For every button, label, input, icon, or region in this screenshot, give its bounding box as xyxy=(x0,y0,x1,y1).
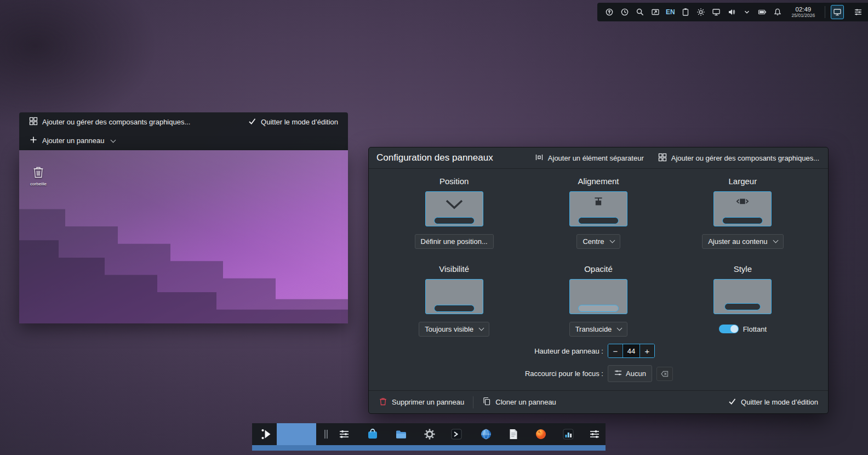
privacy-icon[interactable] xyxy=(603,5,616,19)
panel-config-dialog: Configuration des panneaux Ajouter un él… xyxy=(368,147,829,414)
opacity-dropdown[interactable]: Translucide xyxy=(569,322,628,337)
mixer-sliders-icon[interactable] xyxy=(333,423,355,445)
volume-icon[interactable] xyxy=(725,5,738,19)
search-icon[interactable] xyxy=(633,5,647,19)
display-settings-icon[interactable] xyxy=(831,5,844,19)
alignment-center-icon xyxy=(592,196,604,208)
width-dropdown[interactable]: Ajuster au contenu xyxy=(702,234,783,249)
footer-divider xyxy=(473,396,473,408)
clock-time: 02:49 xyxy=(787,6,820,13)
floating-toggle[interactable] xyxy=(719,325,739,333)
panel-configure-icon[interactable] xyxy=(852,5,865,19)
clone-panel-button[interactable]: Cloner un panneau xyxy=(479,395,559,410)
display-icon[interactable] xyxy=(710,5,723,19)
style-preview xyxy=(713,279,772,314)
visibility-value: Toujours visible xyxy=(425,325,473,333)
style-label: Style xyxy=(734,264,752,274)
alignment-dropdown[interactable]: Centre xyxy=(576,234,620,249)
exit-edit-mode-footer-label: Quitter le mode d’édition xyxy=(741,398,818,406)
manage-widgets-button-dialog[interactable]: Ajouter ou gérer des composants graphiqu… xyxy=(655,151,823,166)
app-launcher-icon[interactable] xyxy=(255,423,277,445)
web-browser-icon[interactable] xyxy=(475,423,497,445)
delete-panel-label: Supprimer un panneau xyxy=(392,398,464,406)
panel-edit-highlight-strip xyxy=(252,445,606,451)
height-value[interactable]: 44 xyxy=(623,344,640,357)
panel-miniature xyxy=(722,217,763,224)
section-alignment: Alignement Centre xyxy=(569,174,627,249)
clock[interactable]: 02:49 25/01/2026 xyxy=(787,6,820,18)
panel-settings-icon[interactable] xyxy=(584,423,606,445)
trash-label: corbeille xyxy=(26,182,51,187)
separator-handle[interactable] xyxy=(323,423,329,445)
globe-icon xyxy=(479,428,493,441)
plus-icon xyxy=(29,135,38,146)
monitor-bars-icon xyxy=(562,428,575,441)
tray-divider xyxy=(825,6,825,18)
panel-miniature xyxy=(578,305,619,312)
system-monitor-icon[interactable] xyxy=(557,423,579,445)
highlighted-spacer-widget[interactable] xyxy=(277,423,316,445)
dialog-title: Configuration des panneaux xyxy=(374,152,493,163)
clear-shortcut-button[interactable] xyxy=(656,367,673,381)
delete-panel-button[interactable]: Supprimer un panneau xyxy=(375,395,467,410)
trash-icon xyxy=(379,397,387,407)
add-separator-button[interactable]: Ajouter un élément séparateur xyxy=(532,151,647,166)
section-width: Largeur Ajuster au contenu xyxy=(702,174,783,249)
chevron-down-icon[interactable] xyxy=(740,5,753,19)
terminal-icon[interactable] xyxy=(446,423,468,445)
exit-edit-mode-button-footer[interactable]: Quitter le mode d’édition xyxy=(724,395,821,410)
dialog-body: Position Définir une position... xyxy=(369,169,828,390)
manage-widgets-label-dialog: Ajouter ou gérer des composants graphiqu… xyxy=(671,154,819,162)
position-label: Position xyxy=(439,177,469,186)
clipboard-icon[interactable] xyxy=(679,5,692,19)
notes-icon[interactable] xyxy=(502,423,524,445)
trash-desktop-icon[interactable]: corbeille xyxy=(26,166,51,187)
visibility-dropdown[interactable]: Toujours visible xyxy=(419,322,489,337)
check-icon xyxy=(248,117,256,127)
section-position: Position Définir une position... xyxy=(415,174,494,249)
discover-icon[interactable] xyxy=(362,423,384,445)
discover-bag-icon xyxy=(366,428,379,441)
system-settings-icon[interactable] xyxy=(419,423,441,445)
define-position-label: Définir une position... xyxy=(421,237,488,246)
focus-shortcut-label: Raccourci pour le focus : xyxy=(382,369,603,378)
position-preview xyxy=(425,191,483,226)
keyboard-layout-indicator[interactable]: EN xyxy=(664,5,677,19)
screenshare-icon[interactable] xyxy=(649,5,662,19)
separator-icon xyxy=(535,153,544,163)
check-icon xyxy=(728,397,736,407)
section-style: Style Flottant xyxy=(713,262,772,337)
manage-widgets-button[interactable]: Ajouter ou gérer des composants graphiqu… xyxy=(26,115,193,129)
alignment-value: Centre xyxy=(583,237,604,246)
history-icon[interactable] xyxy=(618,5,631,19)
firefox-logo-icon xyxy=(534,428,547,441)
add-panel-button[interactable]: Ajouter un panneau xyxy=(26,133,118,148)
floating-toggle-label: Flottant xyxy=(743,325,767,333)
position-edge-icon xyxy=(443,197,465,212)
notifications-icon[interactable] xyxy=(771,5,784,19)
battery-icon[interactable] xyxy=(756,5,769,19)
system-tray-panel: EN xyxy=(597,3,868,21)
height-increase-button[interactable]: + xyxy=(640,344,654,357)
backspace-icon xyxy=(660,369,669,378)
file-manager-icon[interactable] xyxy=(390,423,412,445)
width-value: Ajuster au contenu xyxy=(708,237,767,246)
alignment-preview xyxy=(569,191,627,226)
focus-shortcut-button[interactable]: Aucun xyxy=(608,365,652,382)
visibility-label: Visibilité xyxy=(439,264,469,274)
opacity-label: Opacité xyxy=(584,264,613,274)
dialog-footer: Supprimer un panneau Cloner un panneau Q… xyxy=(369,390,828,413)
taskbar-panel xyxy=(252,423,606,445)
chevron-down-icon xyxy=(479,326,484,331)
firefox-icon[interactable] xyxy=(530,423,552,445)
alignment-label: Alignement xyxy=(578,177,619,186)
console-icon xyxy=(450,428,463,441)
brightness-icon[interactable] xyxy=(694,5,707,19)
exit-edit-mode-button[interactable]: Quitter le mode d’édition xyxy=(244,115,341,129)
height-decrease-button[interactable]: − xyxy=(608,344,623,357)
panel-height-spinbox: − 44 + xyxy=(608,344,655,358)
define-position-button[interactable]: Définir une position... xyxy=(415,234,494,249)
clone-panel-label: Cloner un panneau xyxy=(495,398,556,406)
chevron-down-icon xyxy=(609,238,615,243)
edit-mode-toolbar: Ajouter ou gérer des composants graphiqu… xyxy=(19,112,348,150)
